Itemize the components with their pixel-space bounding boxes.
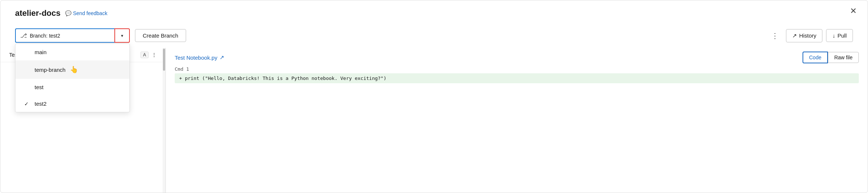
feedback-label: Send feedback	[73, 10, 107, 16]
history-button[interactable]: ↗ History	[786, 29, 823, 42]
scrollbar-thumb	[163, 49, 165, 71]
branch-input[interactable]: ⎇ Branch: test2	[15, 28, 114, 43]
branch-option-temp-branch-label: temp-branch	[35, 67, 65, 73]
file-more-icon[interactable]: ⋮	[152, 52, 157, 58]
check-icon-temp-branch	[24, 67, 30, 73]
check-icon-test	[24, 84, 30, 90]
branch-option-main-label: main	[35, 49, 47, 55]
code-filename-text: Test Notebook.py	[175, 55, 217, 61]
feedback-link[interactable]: 💬 Send feedback	[65, 10, 107, 16]
code-content: Cmd 1 + print ("Hello, Databricks! This …	[175, 66, 859, 83]
main-content: Test Notebook.py A ⋮ Test Notebook.py ↗	[0, 48, 868, 193]
scrollbar[interactable]	[163, 48, 166, 193]
branch-option-test-label: test	[35, 84, 43, 90]
external-link-icon: ↗	[792, 32, 797, 39]
branch-label: Branch: test2	[30, 33, 60, 39]
cmd-label: Cmd 1	[175, 66, 859, 72]
pull-label: Pull	[837, 32, 847, 39]
branch-dropdown-menu: main temp-branch 👆 test ✓ test2	[15, 43, 130, 112]
more-options-button[interactable]: ⋮	[768, 30, 782, 42]
toolbar: ⎇ Branch: test2 ▾ main temp-branch 👆	[0, 24, 868, 43]
code-viewer: Test Notebook.py ↗ Code Raw file Cmd 1 +…	[166, 48, 868, 193]
feedback-icon: 💬	[65, 10, 71, 16]
branch-option-test2-label: test2	[35, 101, 47, 107]
more-icon: ⋮	[771, 32, 779, 40]
branch-option-temp-branch[interactable]: temp-branch 👆	[15, 60, 129, 79]
code-filename[interactable]: Test Notebook.py ↗	[175, 54, 224, 61]
history-label: History	[799, 32, 817, 39]
app-title: atelier-docs	[15, 8, 61, 18]
check-icon-test2: ✓	[24, 101, 30, 107]
tab-raw-file[interactable]: Raw file	[828, 52, 859, 63]
branch-option-main[interactable]: main	[15, 44, 129, 60]
main-panel: atelier-docs 💬 Send feedback ✕ ⎇ Branch:…	[0, 0, 868, 193]
check-icon-main	[24, 49, 30, 55]
file-actions: A ⋮	[140, 52, 157, 58]
pull-icon: ↓	[832, 32, 835, 39]
create-branch-button[interactable]: Create Branch	[135, 29, 186, 42]
branch-selector-container: ⎇ Branch: test2 ▾ main temp-branch 👆	[15, 28, 130, 43]
tab-code[interactable]: Code	[803, 52, 828, 63]
chevron-down-icon: ▾	[121, 33, 123, 38]
branch-option-test2[interactable]: ✓ test2	[15, 95, 129, 112]
header: atelier-docs 💬 Send feedback ✕	[0, 0, 868, 24]
code-header: Test Notebook.py ↗ Code Raw file	[175, 48, 859, 66]
code-tabs: Code Raw file	[803, 52, 859, 63]
close-button[interactable]: ✕	[850, 7, 857, 15]
cursor-pointer: 👆	[70, 66, 78, 74]
code-line-added: + print ("Hello, Databricks! This is a P…	[175, 73, 859, 83]
toolbar-right: ⋮ ↗ History ↓ Pull	[768, 29, 853, 42]
pull-button[interactable]: ↓ Pull	[826, 29, 853, 42]
external-link-icon: ↗	[220, 54, 224, 61]
branch-dropdown-button[interactable]: ▾	[114, 28, 130, 43]
branch-icon: ⎇	[20, 32, 27, 39]
branch-option-test[interactable]: test	[15, 79, 129, 95]
file-status-badge: A	[140, 52, 149, 58]
